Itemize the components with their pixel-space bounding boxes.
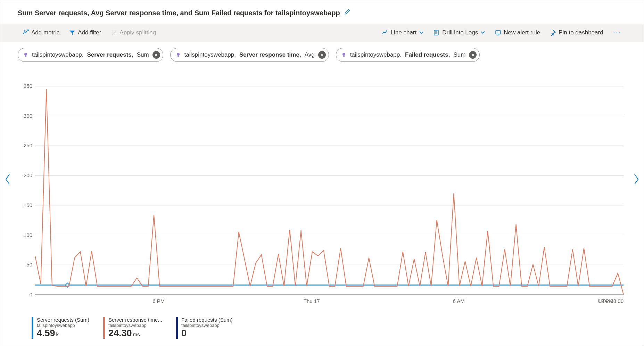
metric-pill[interactable]: tailspintoyswebapp, Failed requests, Sum… bbox=[336, 48, 480, 62]
lightbulb-icon bbox=[23, 52, 28, 58]
svg-text:+: + bbox=[24, 30, 26, 33]
add-filter-button[interactable]: + Add filter bbox=[64, 24, 106, 42]
svg-rect-6 bbox=[25, 56, 26, 57]
chevron-down-icon bbox=[419, 30, 424, 35]
svg-text:100: 100 bbox=[24, 232, 32, 238]
legend: Server requests (Sum) tailspintoyswebapp… bbox=[0, 312, 644, 339]
edit-title-icon[interactable] bbox=[344, 9, 350, 17]
svg-text:300: 300 bbox=[24, 113, 32, 119]
page-title: Sum Server requests, Avg Server response… bbox=[18, 9, 340, 17]
svg-text:350: 350 bbox=[24, 83, 32, 89]
chevron-down-icon bbox=[480, 30, 485, 35]
svg-point-5 bbox=[24, 53, 27, 56]
add-metric-button[interactable]: + Add metric bbox=[18, 24, 64, 42]
svg-text:150: 150 bbox=[24, 202, 32, 208]
remove-pill-icon[interactable]: ✕ bbox=[469, 51, 477, 59]
more-button[interactable]: ··· bbox=[608, 24, 626, 42]
svg-rect-10 bbox=[343, 56, 345, 57]
metric-pill[interactable]: tailspintoyswebapp, Server response time… bbox=[170, 48, 329, 62]
svg-text:6 AM: 6 AM bbox=[453, 298, 465, 304]
chart-type-button[interactable]: Line chart bbox=[377, 24, 429, 42]
svg-text:50: 50 bbox=[26, 262, 32, 267]
remove-pill-icon[interactable]: ✕ bbox=[318, 51, 326, 59]
lightbulb-icon bbox=[341, 52, 347, 58]
lightbulb-icon bbox=[175, 52, 181, 58]
legend-item[interactable]: Failed requests (Sum) tailspintoyswebapp… bbox=[176, 317, 233, 339]
svg-text:0: 0 bbox=[30, 291, 32, 297]
svg-text:6 PM: 6 PM bbox=[152, 298, 165, 304]
svg-point-7 bbox=[177, 53, 180, 56]
svg-text:200: 200 bbox=[24, 172, 32, 178]
drill-into-logs-button[interactable]: Drill into Logs bbox=[429, 24, 490, 42]
svg-text:Thu 17: Thu 17 bbox=[304, 298, 320, 304]
apply-splitting-button: Apply splitting bbox=[106, 24, 161, 42]
toolbar: + Add metric + Add filter Apply splittin… bbox=[0, 24, 644, 42]
svg-rect-8 bbox=[177, 56, 179, 57]
remove-pill-icon[interactable]: ✕ bbox=[152, 51, 160, 59]
svg-text:250: 250 bbox=[24, 142, 32, 148]
svg-point-9 bbox=[342, 53, 345, 56]
metric-pill[interactable]: tailspintoyswebapp, Server requests, Sum… bbox=[18, 48, 163, 62]
legend-item[interactable]: Server requests (Sum) tailspintoyswebapp… bbox=[32, 317, 89, 339]
svg-text:+: + bbox=[69, 30, 71, 33]
legend-item[interactable]: Server response time... tailspintoysweba… bbox=[103, 317, 162, 339]
svg-text:!: ! bbox=[497, 31, 498, 34]
svg-text:UTC-08:00: UTC-08:00 bbox=[598, 298, 624, 304]
line-chart: 0501001502002503003506 PMThu 176 AM12 PM… bbox=[18, 83, 627, 312]
pin-to-dashboard-button[interactable]: Pin to dashboard bbox=[545, 24, 608, 42]
new-alert-rule-button[interactable]: ! New alert rule bbox=[490, 24, 545, 42]
chart-area: 0501001502002503003506 PMThu 176 AM12 PM… bbox=[0, 62, 644, 312]
metric-pills-row: tailspintoyswebapp, Server requests, Sum… bbox=[0, 42, 644, 62]
